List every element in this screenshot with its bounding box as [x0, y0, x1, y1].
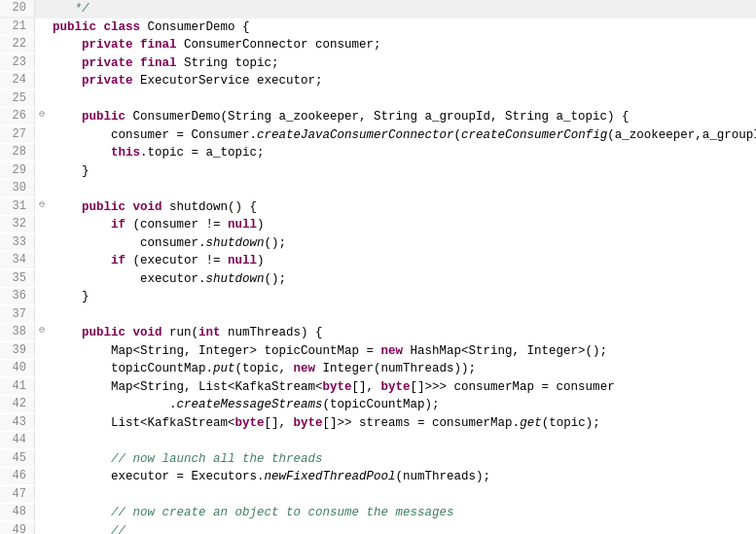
plain-token	[53, 524, 111, 535]
plain-token	[53, 218, 111, 231]
plain-token	[133, 38, 141, 52]
plain-token: HashMap<String, Integer>();	[403, 344, 607, 358]
line-number: 43	[0, 414, 35, 431]
method-token: shutdown	[206, 272, 265, 286]
line-number: 20	[0, 0, 35, 17]
line-number: 37	[0, 306, 35, 323]
method-token: createJavaConsumerConnector	[257, 128, 454, 142]
plain-token	[53, 254, 111, 267]
code-line: 28 this.topic = a_topic;	[0, 144, 756, 162]
line-number: 30	[0, 180, 35, 196]
line-number: 27	[0, 126, 35, 143]
comment-token: */	[53, 2, 90, 16]
code-line: 48 // now create an object to consume th…	[0, 504, 756, 522]
plain-token	[133, 56, 141, 70]
plain-token: consumer = Consumer.	[53, 128, 257, 142]
code-line: 35 executor.shutdown();	[0, 270, 756, 289]
plain-token: Integer(numThreads));	[315, 362, 476, 375]
plain-token: ConsumerDemo {	[140, 20, 250, 34]
code-line: 24 private ExecutorService executor;	[0, 72, 756, 90]
code-content: if (consumer != null)	[49, 216, 756, 233]
kw-token: byte	[294, 416, 323, 430]
plain-token	[53, 74, 82, 88]
code-content: //	[49, 522, 756, 535]
line-number: 36	[0, 288, 35, 304]
code-line: 27 consumer = Consumer.createJavaConsume…	[0, 126, 756, 145]
code-line: 31⊖ public void shutdown() {	[0, 198, 756, 217]
plain-token	[53, 146, 111, 160]
code-content: Map<String, List<KafkaStream<byte[], byt…	[49, 378, 756, 396]
kw2-token: private	[82, 38, 133, 52]
code-line: 30	[0, 180, 756, 198]
comment-token: //	[111, 524, 126, 535]
plain-token	[53, 326, 82, 339]
plain-token: (a_zookeeper,a_groupId));	[607, 128, 756, 142]
kw-token: new	[381, 344, 404, 358]
code-content: consumer.shutdown();	[49, 234, 756, 252]
code-content: .createMessageStreams(topicCountMap);	[49, 396, 756, 413]
line-number: 44	[0, 432, 35, 448]
code-content: public void run(int numThreads) {	[49, 324, 756, 341]
fold-icon[interactable]: ⊖	[35, 108, 49, 123]
code-line: 25	[0, 90, 756, 109]
line-number: 41	[0, 378, 35, 395]
line-number: 40	[0, 360, 35, 376]
kw-token: int	[198, 326, 221, 339]
code-line: 36 }	[0, 288, 756, 306]
code-line: 41 Map<String, List<KafkaStream<byte[], …	[0, 378, 756, 397]
code-line: 37	[0, 306, 756, 325]
code-content: }	[49, 162, 756, 180]
code-line: 45 // now launch all the threads	[0, 450, 756, 469]
plain-token: (numThreads);	[396, 470, 491, 483]
code-line: 23 private final String topic;	[0, 54, 756, 73]
plain-token	[53, 200, 82, 214]
plain-token: (consumer !=	[126, 218, 228, 231]
code-content: executor = Executors.newFixedThreadPool(…	[49, 468, 756, 485]
plain-token: (executor !=	[126, 254, 228, 267]
code-line: 39 Map<String, Integer> topicCountMap = …	[0, 342, 756, 361]
plain-token	[126, 200, 133, 214]
line-number: 34	[0, 252, 35, 268]
line-number: 48	[0, 504, 35, 520]
kw2-token: private	[82, 74, 133, 88]
plain-token	[53, 506, 111, 519]
plain-token	[53, 452, 111, 466]
kw2-token: public	[82, 326, 126, 339]
code-content: if (executor != null)	[49, 252, 756, 269]
code-line: 20 */	[0, 0, 756, 18]
plain-token	[96, 20, 104, 34]
code-content: public void shutdown() {	[49, 198, 756, 216]
kw-token: if	[111, 254, 126, 267]
kw-token: byte	[323, 380, 352, 394]
line-number: 49	[0, 522, 35, 535]
code-line: 21public class ConsumerDemo {	[0, 18, 756, 37]
fold-icon[interactable]: ⊖	[35, 324, 49, 338]
line-number: 25	[0, 90, 35, 107]
line-number: 42	[0, 396, 35, 412]
kw2-token: public	[53, 20, 96, 34]
fold-icon[interactable]: ⊖	[35, 198, 49, 213]
plain-token: numThreads) {	[221, 326, 323, 339]
code-line: 22 private final ConsumerConnector consu…	[0, 36, 756, 54]
plain-token: []>> streams = consumerMap.	[323, 416, 521, 430]
method-token: newFixedThreadPool	[265, 470, 396, 483]
code-content: private final String topic;	[49, 54, 756, 72]
plain-token: (topicCountMap);	[323, 398, 440, 411]
kw-token: void	[133, 200, 162, 214]
kw-token: byte	[235, 416, 265, 430]
kw-token: this	[111, 146, 140, 160]
code-line: 38⊖ public void run(int numThreads) {	[0, 324, 756, 342]
code-content: }	[49, 288, 756, 305]
plain-token: )	[257, 254, 265, 267]
line-number: 46	[0, 468, 35, 484]
kw-token: null	[228, 254, 257, 267]
code-content: // now launch all the threads	[49, 450, 756, 468]
plain-token: []>>> consumerMap = consumer	[411, 380, 615, 394]
plain-token: ();	[265, 272, 287, 286]
line-number: 33	[0, 234, 35, 251]
line-number: 26	[0, 108, 35, 125]
plain-token: topicCountMap.	[53, 362, 213, 375]
plain-token: ();	[265, 236, 287, 250]
code-content: consumer = Consumer.createJavaConsumerCo…	[49, 126, 756, 144]
plain-token: run(	[162, 326, 199, 339]
